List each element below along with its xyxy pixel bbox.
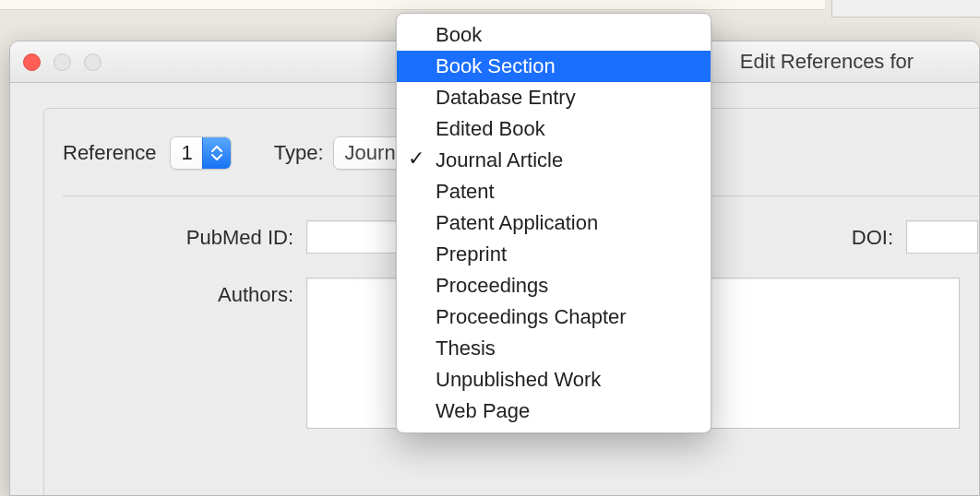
checkmark-icon: ✓ <box>408 147 424 171</box>
reference-label: Reference <box>63 141 157 165</box>
zoom-window-button[interactable] <box>84 53 102 71</box>
type-option[interactable]: ✓Journal Article <box>397 145 711 176</box>
type-option-label: Proceedings <box>436 274 548 298</box>
window-controls <box>23 53 102 71</box>
type-option[interactable]: Preprint <box>397 239 711 270</box>
type-option-label: Edited Book <box>436 117 545 141</box>
type-option-label: Proceedings Chapter <box>436 305 627 329</box>
doi-label: DOI: <box>852 220 906 250</box>
type-option[interactable]: Book <box>397 19 711 51</box>
type-option[interactable]: Thesis <box>397 333 711 364</box>
pubmed-label: PubMed ID: <box>63 220 306 250</box>
reference-number-value: 1 <box>171 141 202 165</box>
type-option-label: Preprint <box>436 242 507 266</box>
type-option-label: Database Entry <box>436 86 576 110</box>
type-option-label: Patent <box>436 180 495 204</box>
type-option[interactable]: Book Section <box>397 51 711 82</box>
close-window-button[interactable] <box>23 53 41 71</box>
doi-input[interactable] <box>906 220 978 254</box>
type-option-label: Book <box>436 23 482 47</box>
type-option[interactable]: Unpublished Work <box>397 364 711 396</box>
parent-window-strip <box>0 0 825 10</box>
reference-number-popup[interactable]: 1 <box>170 136 232 170</box>
type-option-label: Journal Article <box>436 148 563 172</box>
minimize-window-button[interactable] <box>54 53 71 71</box>
type-option[interactable]: Edited Book <box>397 113 711 145</box>
parent-side-panel <box>831 0 980 18</box>
type-option-label: Web Page <box>436 399 530 423</box>
type-option-label: Book Section <box>436 54 556 78</box>
authors-label: Authors: <box>63 278 306 307</box>
type-option[interactable]: Proceedings <box>397 270 711 301</box>
type-label: Type: <box>274 141 324 165</box>
type-option[interactable]: Database Entry <box>397 82 711 113</box>
updown-icon <box>202 137 231 169</box>
type-option-label: Patent Application <box>436 211 598 235</box>
type-option-label: Unpublished Work <box>436 368 601 392</box>
type-dropdown-menu[interactable]: BookBook SectionDatabase EntryEdited Boo… <box>396 13 711 433</box>
type-option[interactable]: Patent Application <box>397 207 711 239</box>
type-option[interactable]: Proceedings Chapter <box>397 301 711 333</box>
type-option-label: Thesis <box>436 337 496 360</box>
type-option[interactable]: Patent <box>397 176 711 207</box>
type-option[interactable]: Web Page <box>397 396 711 427</box>
